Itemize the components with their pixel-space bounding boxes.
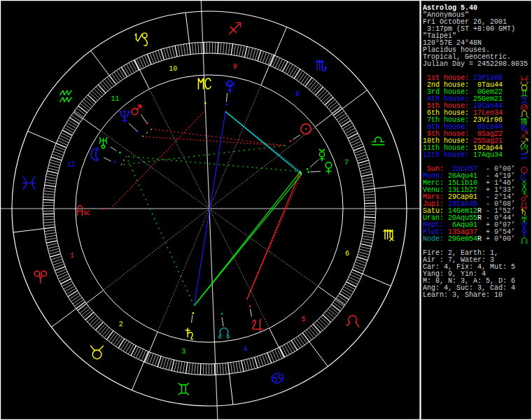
svg-text:c: c xyxy=(86,209,90,217)
svg-text:1: 1 xyxy=(70,252,74,260)
svg-text:3: 3 xyxy=(181,348,186,356)
svg-text:4: 4 xyxy=(244,346,248,354)
svg-text:7: 7 xyxy=(344,159,349,167)
svg-text:2: 2 xyxy=(119,321,123,328)
svg-text:11: 11 xyxy=(111,95,119,103)
svg-text:12: 12 xyxy=(67,161,76,169)
svg-text:9: 9 xyxy=(233,63,237,71)
svg-text:6: 6 xyxy=(345,250,349,258)
svg-text:8: 8 xyxy=(295,90,300,98)
svg-text:10: 10 xyxy=(169,65,177,73)
svg-text:5: 5 xyxy=(302,316,306,323)
